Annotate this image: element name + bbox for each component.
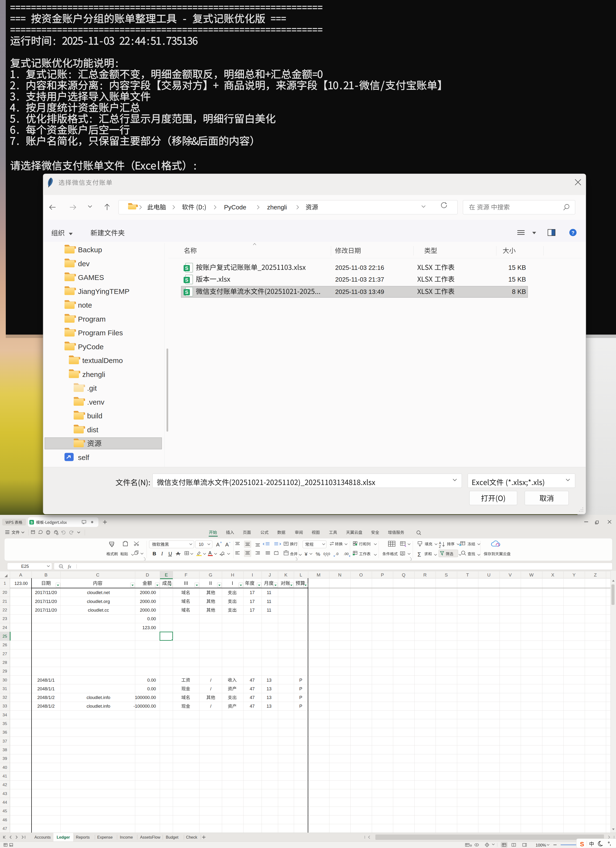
svg-text:2048/1/1: 2048/1/1: [37, 686, 55, 691]
svg-text:20: 20: [3, 590, 7, 595]
svg-text:I: I: [252, 572, 253, 577]
svg-text:33: 33: [3, 704, 7, 709]
svg-text:-100000.00: -100000.00: [133, 704, 156, 709]
svg-text:Expense: Expense: [97, 835, 113, 839]
svg-text:17: 17: [250, 599, 255, 604]
svg-text:47: 47: [250, 695, 255, 700]
svg-text:31: 31: [3, 686, 7, 691]
svg-text:JiangYingTEMP: JiangYingTEMP: [78, 288, 129, 295]
svg-text:.git: .git: [87, 384, 97, 392]
svg-text:11: 11: [267, 590, 271, 595]
svg-text:/: /: [210, 686, 212, 691]
svg-text:zhengli: zhengli: [267, 204, 287, 211]
svg-text:28: 28: [3, 660, 7, 665]
svg-text:R: R: [423, 572, 426, 577]
svg-text:cloudlet.info: cloudlet.info: [87, 704, 110, 709]
svg-text:2048/1/2: 2048/1/2: [37, 704, 55, 709]
svg-text:Y: Y: [572, 572, 576, 577]
svg-text:22: 22: [3, 608, 7, 612]
svg-text:fx: fx: [68, 564, 71, 569]
svg-text:P: P: [299, 704, 302, 709]
svg-text:37: 37: [3, 739, 7, 744]
svg-text:L: L: [299, 572, 302, 577]
svg-text:.venv: .venv: [87, 398, 104, 406]
svg-text:W: W: [529, 572, 534, 577]
svg-text:F: F: [185, 572, 187, 577]
svg-text:D: D: [146, 572, 149, 577]
svg-text:25: 25: [3, 634, 7, 639]
svg-text:2025-11-03 22:16: 2025-11-03 22:16: [335, 264, 384, 271]
svg-text:0.00: 0.00: [147, 678, 156, 683]
svg-text:dev: dev: [78, 260, 89, 268]
svg-text:Accounts: Accounts: [34, 835, 51, 839]
svg-text:cloudlet.org: cloudlet.org: [87, 599, 110, 604]
svg-text:40: 40: [3, 765, 7, 770]
svg-text:32: 32: [3, 695, 7, 700]
svg-text:2025-11-03 21:37: 2025-11-03 21:37: [335, 276, 384, 283]
svg-text:H: H: [231, 572, 234, 577]
svg-text:17: 17: [250, 590, 255, 595]
svg-text:15 KB: 15 KB: [508, 264, 526, 271]
svg-text:B: B: [44, 572, 47, 577]
svg-text:2000.00: 2000.00: [140, 590, 156, 595]
svg-text:S: S: [185, 289, 188, 295]
svg-text:100%: 100%: [536, 843, 546, 848]
svg-text:43: 43: [3, 792, 7, 796]
svg-text:47: 47: [250, 678, 255, 683]
svg-text:/: /: [210, 678, 212, 683]
svg-text:2000.00: 2000.00: [140, 599, 156, 604]
svg-text:13: 13: [267, 704, 272, 709]
svg-text:Ledger: Ledger: [56, 835, 70, 839]
svg-text:E25: E25: [21, 564, 29, 569]
svg-text:K: K: [284, 572, 287, 577]
svg-text:Program: Program: [78, 315, 106, 323]
svg-text:O: O: [359, 572, 363, 577]
svg-text:C: C: [96, 572, 99, 577]
svg-text:I: I: [161, 551, 163, 556]
svg-text:123.00: 123.00: [142, 625, 156, 630]
svg-text:X: X: [551, 572, 554, 577]
svg-text:2017/11/20: 2017/11/20: [35, 590, 57, 595]
svg-text:Budget: Budget: [166, 835, 179, 839]
svg-text:0: 0: [323, 552, 325, 556]
svg-text:cloudlet.cc: cloudlet.cc: [88, 608, 109, 612]
svg-text:PyCode: PyCode: [224, 204, 246, 211]
svg-text:17: 17: [250, 608, 255, 612]
svg-text:27: 27: [3, 652, 7, 656]
svg-text:S: S: [185, 265, 188, 271]
svg-text:1: 1: [4, 581, 6, 586]
svg-text:self: self: [78, 454, 89, 461]
svg-text:2017/11/20: 2017/11/20: [35, 599, 57, 604]
svg-text:0: 0: [328, 552, 330, 556]
svg-text:26: 26: [3, 643, 7, 647]
svg-text:123.00: 123.00: [15, 581, 28, 586]
svg-text:24: 24: [3, 626, 7, 630]
svg-text:T: T: [466, 572, 469, 577]
svg-text:GAMES: GAMES: [78, 273, 104, 282]
svg-text:N: N: [338, 572, 341, 577]
svg-text:36: 36: [3, 730, 7, 735]
svg-text:Backup: Backup: [78, 246, 102, 254]
svg-text:Q: Q: [402, 572, 406, 577]
svg-text:23: 23: [3, 617, 7, 621]
svg-text:13: 13: [267, 695, 272, 700]
svg-text:U: U: [487, 572, 491, 577]
svg-text:V: V: [509, 572, 512, 577]
svg-text:S: S: [185, 277, 188, 283]
svg-text:Σ: Σ: [418, 551, 421, 558]
svg-text:35: 35: [3, 721, 7, 726]
svg-text:47: 47: [3, 826, 7, 831]
svg-text:2000.00: 2000.00: [140, 608, 156, 612]
svg-text:2048/1/2: 2048/1/2: [37, 695, 55, 700]
svg-text:13: 13: [267, 678, 272, 683]
svg-text:38: 38: [3, 748, 7, 752]
svg-text:A: A: [439, 541, 441, 545]
svg-text:42: 42: [3, 783, 7, 787]
svg-text:dist: dist: [87, 426, 98, 434]
svg-text:47: 47: [250, 704, 255, 709]
svg-text:0: 0: [326, 552, 328, 556]
svg-text:44: 44: [3, 800, 7, 805]
svg-text:11: 11: [267, 608, 271, 612]
svg-text:textualDemo: textualDemo: [82, 356, 123, 365]
svg-text:8 KB: 8 KB: [512, 288, 526, 295]
